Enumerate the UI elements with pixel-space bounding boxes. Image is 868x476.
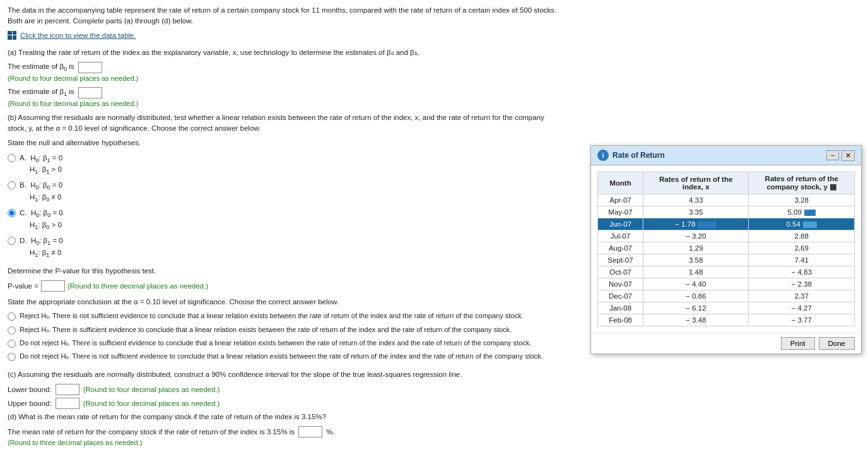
conclusion-c-text: Do not reject H₀. There is sufficient ev…	[20, 338, 531, 348]
cell-index: 4.33	[643, 194, 749, 206]
table-row: Oct-071.48− 4.83	[598, 266, 855, 278]
table-body: Apr-074.333.28May-073.355.09Jun-07− 1.78…	[598, 194, 855, 326]
cell-stock: − 4.27	[749, 302, 855, 314]
part-d-answer-row: The mean rate of return for the company …	[8, 426, 560, 437]
grid-icon	[8, 31, 16, 40]
intro-description: The data in the accompanying table repre…	[8, 5, 560, 27]
conclusion-b[interactable]: Reject H₀. There is sufficient evidence …	[8, 325, 560, 335]
cell-stock: 2.88	[749, 230, 855, 242]
cell-month: Oct-07	[598, 266, 643, 278]
hyp-option-c[interactable]: C. H0: β0 = 0 H1: β0 > 0	[8, 208, 560, 232]
table-row: Dec-07− 0.862.37	[598, 290, 855, 302]
hyp-radio-a[interactable]	[8, 154, 16, 162]
hypothesis-options: A. H0: β1 = 0 H1: β1 > 0 B. H0: β0 = 0 H…	[8, 153, 560, 259]
popup-header-left: i Rate of Return	[597, 150, 665, 161]
table-row: Nov-07− 4.40− 2.38	[598, 278, 855, 290]
table-row: Jul-07− 3.202.88	[598, 230, 855, 242]
popup-controls[interactable]: − ✕	[826, 150, 855, 161]
hypotheses-label: State the null and alternative hypothese…	[8, 138, 560, 148]
beta0-row: The estimate of β0 is	[8, 62, 560, 73]
hyp-text-b: B. H0: β0 = 0 H1: β0 ≠ 0	[20, 180, 62, 204]
data-table: Month Rates of return of theindex, x Rat…	[597, 172, 855, 326]
beta1-round-note: (Round to four decimal places as needed.…	[8, 100, 560, 107]
click-icon-link[interactable]: Click the icon to view the data table.	[20, 32, 136, 39]
hyp-option-a[interactable]: A. H0: β1 = 0 H1: β1 > 0	[8, 153, 560, 177]
beta0-input[interactable]	[78, 62, 102, 73]
lower-bound-round: (Round to four decimal places as needed.…	[83, 386, 220, 393]
beta1-row: The estimate of β1 is	[8, 87, 560, 98]
conclusion-d[interactable]: Do not reject H₀. There is not sufficien…	[8, 352, 560, 361]
table-row: Jan-08− 6.12− 4.27	[598, 302, 855, 314]
hyp-radio-c[interactable]	[8, 209, 16, 217]
conclusion-options: Reject H₀. There is not sufficient evide…	[8, 311, 560, 362]
hyp-c-h1: H1: β0 > 0	[20, 220, 63, 232]
part-d-input[interactable]	[298, 426, 322, 437]
part-c-label: (c) Assuming the residuals are normally …	[8, 369, 560, 380]
conclusion-radio-b[interactable]	[8, 326, 16, 335]
conclusion-radio-d[interactable]	[8, 353, 16, 361]
cell-index: 1.48	[643, 266, 749, 278]
hyp-text-c: C. H0: β0 = 0 H1: β0 > 0	[20, 208, 63, 232]
pvalue-round-note: (Round to three decimal places as needed…	[67, 282, 208, 290]
cell-month: Jan-08	[598, 302, 643, 314]
popup-title: Rate of Return	[613, 151, 665, 160]
data-popup: i Rate of Return − ✕ Month Rates of retu…	[590, 145, 862, 354]
conclusion-b-text: Reject H₀. There is sufficient evidence …	[20, 325, 512, 335]
conclusion-a-text: Reject H₀. There is not sufficient evide…	[20, 311, 524, 321]
click-icon-row[interactable]: Click the icon to view the data table.	[8, 31, 560, 40]
pvalue-input[interactable]	[41, 280, 65, 292]
conclusion-radio-c[interactable]	[8, 340, 16, 348]
popup-header: i Rate of Return − ✕	[591, 146, 861, 165]
table-header-row: Month Rates of return of theindex, x Rat…	[598, 172, 855, 194]
cell-stock: 0.54	[749, 218, 855, 230]
table-row: Sept-073.587.41	[598, 254, 855, 266]
cell-month: May-07	[598, 206, 643, 218]
cell-index: − 1.78	[643, 218, 749, 230]
cell-month: Dec-07	[598, 290, 643, 302]
conclusion-d-text: Do not reject H₀. There is not sufficien…	[20, 352, 543, 361]
cell-index: − 4.40	[643, 278, 749, 290]
conclusion-a[interactable]: Reject H₀. There is not sufficient evide…	[8, 311, 560, 321]
cell-month: Nov-07	[598, 278, 643, 290]
pvalue-prompt: P-value =	[8, 282, 38, 290]
hyp-option-d[interactable]: D. H0: β1 = 0 H1: β1 ≠ 0	[8, 235, 560, 259]
conclusion-radio-a[interactable]	[8, 312, 16, 321]
part-b-label: (b) Assuming the residuals are normally …	[8, 112, 560, 134]
cell-month: Jun-07	[598, 218, 643, 230]
hyp-a-h1: H1: β1 > 0	[20, 164, 62, 176]
table-row: Aug-071.292.69	[598, 242, 855, 254]
info-icon: i	[597, 150, 609, 161]
table-row: Jun-07− 1.780.54	[598, 218, 855, 230]
pvalue-row: P-value = (Round to three decimal places…	[8, 280, 560, 292]
close-button[interactable]: ✕	[842, 150, 855, 161]
lower-bound-label: Lower bound:	[8, 386, 52, 393]
cell-stock: − 4.83	[749, 266, 855, 278]
cell-index: − 0.86	[643, 290, 749, 302]
hyp-option-b[interactable]: B. H0: β0 = 0 H1: β0 ≠ 0	[8, 180, 560, 204]
upper-bound-label: Upper bound:	[8, 400, 52, 407]
part-d-round-note: (Round to three decimal places as needed…	[8, 439, 560, 446]
cell-month: Aug-07	[598, 242, 643, 254]
done-button[interactable]: Done	[819, 337, 855, 350]
minimize-button[interactable]: −	[826, 150, 839, 160]
upper-bound-input[interactable]	[56, 398, 79, 409]
hyp-b-h0: B. H0: β0 = 0	[20, 180, 62, 192]
table-row: May-073.355.09	[598, 206, 855, 218]
conclusion-c[interactable]: Do not reject H₀. There is sufficient ev…	[8, 338, 560, 348]
cell-stock: 3.28	[749, 194, 855, 206]
cell-month: Jul-07	[598, 230, 643, 242]
popup-body: Month Rates of return of theindex, x Rat…	[591, 165, 861, 333]
hyp-radio-d[interactable]	[8, 237, 16, 245]
cell-month: Feb-08	[598, 314, 643, 326]
print-button[interactable]: Print	[781, 337, 815, 350]
cell-stock: 2.37	[749, 290, 855, 302]
cell-index: − 6.12	[643, 302, 749, 314]
pvalue-determine-label: Determine the P-value for this hypothesi…	[8, 266, 560, 277]
upper-bound-row: Upper bound: (Round to four decimal plac…	[8, 398, 560, 409]
beta1-input[interactable]	[78, 87, 102, 98]
hyp-a-h0: A. H0: β1 = 0	[20, 153, 62, 165]
col-stock: Rates of return of thecompany stock, y ▦	[749, 172, 855, 194]
lower-bound-input[interactable]	[56, 384, 79, 395]
hyp-radio-b[interactable]	[8, 181, 16, 189]
hyp-d-h0: D. H0: β1 = 0	[20, 235, 63, 247]
